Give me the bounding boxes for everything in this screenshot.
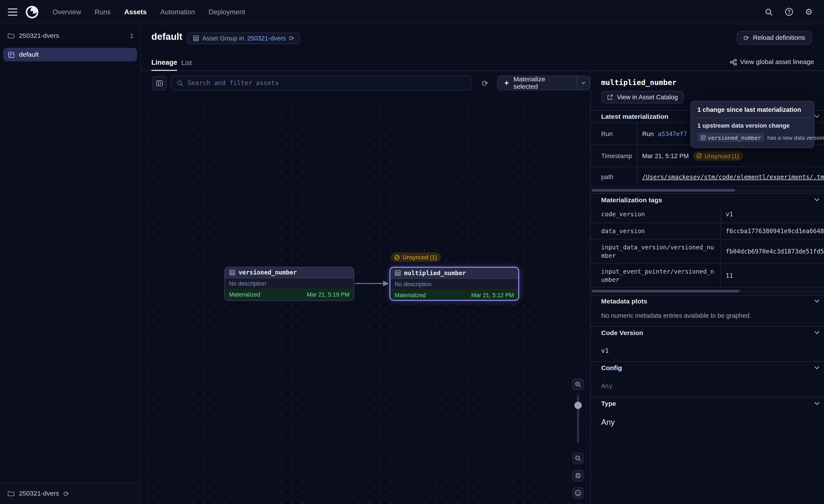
refresh-graph-icon[interactable]: ⟳ [479,77,491,89]
popover-change-message: has a new data version [767,134,824,140]
nav-assets[interactable]: Assets [124,8,147,16]
section-divider [591,361,824,362]
sidebar-item-default[interactable]: default [3,48,137,61]
view-global-asset-lineage-link[interactable]: View global asset lineage [730,58,814,66]
zoom-slider-handle[interactable] [575,402,582,409]
lineage-edge-arrow [354,278,390,289]
tag-key: input_data_version/versioned_number [591,239,721,263]
horizontal-scrollbar[interactable] [591,289,824,293]
asset-table-icon [229,269,235,276]
asset-node-timestamp: Mar 21, 5:12 PM [471,292,514,298]
tag-value: v1 [721,206,824,223]
code-version-heading: Code Version [601,329,643,337]
navbar-actions: ⚙ [762,5,816,19]
asset-node-timestamp: Mar 21, 5:19 PM [307,291,349,298]
sidebar-toggle-button[interactable] [152,76,167,91]
global-lineage-label: View global asset lineage [740,58,814,66]
section-divider [591,326,824,327]
changes-popover: 1 change since last materialization 1 up… [691,101,815,148]
horizontal-scrollbar[interactable] [591,188,824,192]
asset-groups-sidebar: 250321-dvers 1 default 250321-dvers ⟳ [0,24,141,504]
primary-nav: Overview Runs Assets Automation Deployme… [53,8,245,16]
chevron-down-icon[interactable] [813,197,821,204]
timestamp-value: Mar 21, 5:12 PM [642,152,689,159]
zoom-in-button[interactable] [572,379,584,390]
timestamp-label: Timestamp [591,145,637,166]
search-icon[interactable] [762,5,776,19]
asset-node-versioned-number[interactable]: versioned_number No description Material… [224,267,354,301]
chevron-down-icon[interactable] [813,113,821,120]
sidebar-footer-label: 250321-dvers [19,490,59,497]
asset-node-description: No description [390,279,518,289]
tab-list[interactable]: List [181,54,192,71]
view-in-asset-catalog-button[interactable]: View in Asset Catalog [601,91,684,103]
materialization-tags-table: code_version v1 data_version f6ccba17763… [591,206,824,288]
main-area: default Asset Group in 250321-dvers ⟳ ⟳ … [141,24,824,504]
metadata-plots-empty-message: No numeric metadata entries available to… [601,312,751,319]
help-icon[interactable] [782,5,796,19]
popover-title: 1 change since last materialization [691,101,814,117]
asset-node-name: versioned_number [238,269,297,276]
asset-node-description: No description [225,278,354,289]
materialization-path-link[interactable]: /Users/smackesey/stm/code/elementl/exper… [642,173,824,180]
reload-definitions-button[interactable]: ⟳ Reload definitions [736,31,812,44]
table-row: data_version f6ccba1776380941e9cd1ea6648… [591,223,824,239]
lineage-canvas[interactable]: ⟳ Materialize selected Unsynced ( [141,71,590,504]
feedback-smiley-icon[interactable] [572,487,584,499]
chevron-down-icon[interactable] [813,298,821,305]
nav-overview[interactable]: Overview [53,8,81,16]
nav-automation[interactable]: Automation [161,8,195,16]
asset-node-multiplied-number[interactable]: multiplied_number No description Materia… [390,267,519,301]
asset-details-panel: multiplied_number View in Asset Catalog … [590,71,824,504]
chevron-down-icon[interactable] [813,329,821,337]
chevron-down-icon[interactable] [813,400,821,407]
chevron-down-icon[interactable] [813,365,821,372]
sidebar-group-row[interactable]: 250321-dvers 1 [0,28,141,43]
settings-gear-icon[interactable]: ⚙ [802,5,816,19]
chevron-down-icon[interactable] [577,76,590,90]
refresh-icon[interactable]: ⟳ [63,490,69,497]
sidebar-footer[interactable]: 250321-dvers ⟳ [0,483,140,504]
metadata-plots-heading: Metadata plots [601,298,647,305]
hamburger-menu-icon[interactable] [8,8,17,16]
asset-group-badge[interactable]: Asset Group in 250321-dvers ⟳ [187,32,300,44]
scrollbar-thumb[interactable] [592,290,739,292]
scrollbar-thumb[interactable] [592,189,735,192]
folder-icon [7,490,15,497]
catalog-button-label: View in Asset Catalog [617,94,678,101]
sidebar-group-label: 250321-dvers [19,32,59,39]
unsynced-badge[interactable]: Unsynced (1) [693,151,743,160]
popover-change-row: versioned_number has a new data version [691,132,814,142]
tag-value: 11 [721,264,824,287]
run-id-link[interactable]: a5347ef7 [658,130,687,137]
dagster-logo[interactable] [25,5,39,19]
lineage-graph-icon [730,58,737,66]
app-window: Overview Runs Assets Automation Deployme… [0,0,824,504]
zoom-out-button[interactable] [572,453,584,464]
config-heading: Config [601,365,622,372]
run-label: Run [591,123,637,144]
canvas-settings-gear-icon[interactable]: ⚙ [572,470,584,481]
table-row: input_data_version/versioned_number fb04… [591,239,824,263]
run-prefix: Run [642,130,653,137]
reload-definitions-label: Reload definitions [753,34,805,41]
table-row: code_version v1 [591,206,824,223]
badge-group-link[interactable]: 250321-dvers [247,35,286,42]
asset-node-status: Materialized [229,291,260,298]
asset-chip[interactable]: versioned_number [697,133,764,142]
search-input[interactable] [188,80,466,87]
code-version-value: v1 [601,347,609,354]
asset-table-icon [701,135,706,140]
sidebar-item-label: default [19,51,38,58]
section-divider [591,295,824,295]
refresh-icon: ⟳ [743,34,749,41]
materialize-selected-button[interactable]: Materialize selected [497,76,590,91]
tab-lineage[interactable]: Lineage [151,54,177,71]
refresh-icon[interactable]: ⟳ [289,35,294,41]
table-row: input_event_pointer/versioned_number 11 [591,263,824,287]
nav-runs[interactable]: Runs [95,8,111,16]
folder-icon [7,32,15,39]
badge-prefix: Asset Group in [202,35,244,42]
nav-deployment[interactable]: Deployment [209,8,245,16]
unsynced-badge[interactable]: Unsynced (1) [391,253,441,262]
